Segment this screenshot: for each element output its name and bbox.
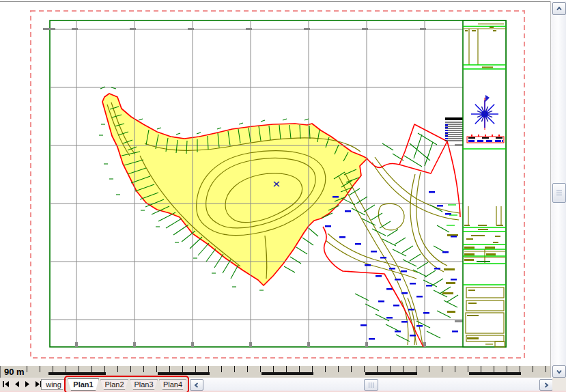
tab-nav-first-icon	[2, 380, 10, 388]
sheet-tab-bar: wing Plan1 Plan2 Plan3 Plan4	[0, 378, 189, 391]
ruler-ticks	[27, 366, 551, 372]
scrollbar-corner	[552, 378, 566, 392]
horizontal-scroll-thumb[interactable]	[364, 379, 378, 391]
tab-plan2[interactable]: Plan2	[100, 379, 128, 390]
scroll-left-icon	[193, 382, 200, 389]
horizontal-scrollbar[interactable]	[189, 378, 552, 391]
tab-nav-next-button[interactable]	[23, 379, 32, 389]
thumb-grip	[556, 193, 562, 193]
drawing-viewport	[0, 0, 550, 366]
tab-plan4[interactable]: Plan4	[159, 379, 186, 390]
ruler-bars	[27, 372, 551, 375]
hatched-building-block	[445, 117, 464, 141]
tab-nav-prev-icon	[13, 380, 20, 388]
title-block	[463, 20, 506, 347]
scroll-down-button[interactable]	[552, 365, 566, 378]
thumb-grip	[371, 382, 371, 388]
cad-layout-window: 90 m	[0, 0, 566, 392]
tab-nav-first-button[interactable]	[1, 379, 10, 389]
tab-drawing[interactable]: wing	[41, 379, 66, 390]
lot-number-marks	[325, 191, 458, 340]
tab-nav-next-icon	[24, 380, 31, 388]
scroll-down-icon	[556, 368, 563, 375]
canvas-top-border	[0, 1, 550, 2]
scale-ruler: 90 m	[0, 366, 551, 378]
tab-plan3[interactable]: Plan3	[130, 379, 158, 390]
tab-plan1[interactable]: Plan1	[68, 378, 99, 391]
scroll-left-button[interactable]	[190, 379, 203, 391]
scroll-right-icon	[543, 382, 550, 389]
tab-nav-prev-button[interactable]	[12, 379, 21, 389]
vertical-scroll-thumb[interactable]	[552, 183, 566, 203]
scroll-up-icon	[556, 5, 563, 12]
yellow-parcel-region	[102, 94, 367, 285]
scale-label: 90 m	[4, 367, 25, 377]
scroll-up-button[interactable]	[552, 2, 566, 15]
tab-nav-buttons	[1, 379, 43, 389]
scroll-right-button[interactable]	[539, 379, 553, 391]
drawing-canvas[interactable]	[0, 0, 550, 366]
vertical-scrollbar[interactable]	[550, 1, 566, 378]
